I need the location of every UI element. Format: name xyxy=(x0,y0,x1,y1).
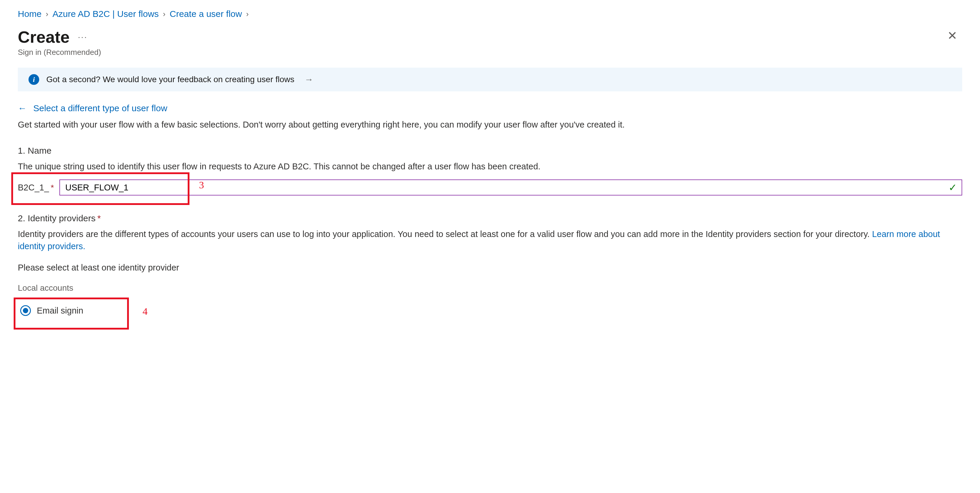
page-title: Create xyxy=(18,27,70,47)
close-icon: ✕ xyxy=(947,29,958,42)
required-indicator: * xyxy=(97,213,101,223)
radio-email-signin[interactable]: Email signin xyxy=(18,300,92,321)
breadcrumb-home[interactable]: Home xyxy=(18,9,41,19)
close-button[interactable]: ✕ xyxy=(943,27,962,44)
name-prefix-label: B2C_1_* xyxy=(18,183,54,192)
breadcrumb-create-flow[interactable]: Create a user flow xyxy=(170,9,242,19)
chevron-right-icon: › xyxy=(246,10,249,19)
section-name-desc: The unique string used to identify this … xyxy=(18,160,962,173)
info-icon: i xyxy=(29,74,39,85)
chevron-right-icon: › xyxy=(46,10,48,19)
page-subtitle: Sign in (Recommended) xyxy=(18,48,101,57)
local-accounts-label: Local accounts xyxy=(18,283,962,293)
back-link[interactable]: ← Select a different type of user flow xyxy=(18,103,167,113)
annotation-label-3: 3 xyxy=(199,179,204,191)
required-indicator: * xyxy=(51,183,54,192)
annotation-label-4: 4 xyxy=(143,306,148,317)
name-input-row: B2C_1_* ✓ xyxy=(18,179,962,195)
section-idp-title: 2. Identity providers* xyxy=(18,213,962,224)
user-flow-name-input[interactable] xyxy=(59,179,962,195)
section-identity-providers: 2. Identity providers* Identity provider… xyxy=(18,213,962,321)
arrow-right-icon: → xyxy=(304,75,313,84)
section-name: 1. Name The unique string used to identi… xyxy=(18,146,962,196)
radio-label: Email signin xyxy=(37,306,83,315)
section-idp-desc: Identity providers are the different typ… xyxy=(18,228,962,252)
more-icon[interactable]: ··· xyxy=(78,32,87,42)
chevron-right-icon: › xyxy=(163,10,166,19)
breadcrumb: Home › Azure AD B2C | User flows › Creat… xyxy=(18,9,962,19)
back-link-label: Select a different type of user flow xyxy=(33,103,167,113)
intro-text: Get started with your user flow with a f… xyxy=(18,119,962,131)
feedback-banner[interactable]: i Got a second? We would love your feedb… xyxy=(18,68,962,91)
section-name-title: 1. Name xyxy=(18,146,962,156)
radio-icon xyxy=(20,305,31,316)
feedback-text: Got a second? We would love your feedbac… xyxy=(46,75,294,84)
arrow-left-icon: ← xyxy=(18,103,27,113)
idp-prompt: Please select at least one identity prov… xyxy=(18,263,962,273)
breadcrumb-user-flows[interactable]: Azure AD B2C | User flows xyxy=(52,9,159,19)
